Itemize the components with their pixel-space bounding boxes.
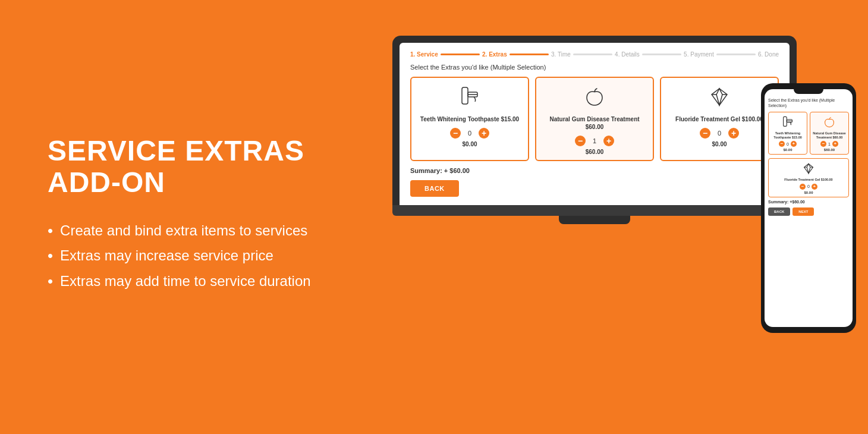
phone-extra-gum: Natural Gum Disease Treatment $60.00 − 1…: [810, 112, 849, 155]
phone-fluoride-increase[interactable]: +: [812, 184, 817, 190]
phone-apple-icon: [813, 115, 846, 131]
laptop-summary: Summary: + $60.00: [410, 167, 779, 174]
step-bar-5: [716, 54, 756, 55]
phone-fluoride-qty: 0: [807, 184, 810, 188]
extra-item-toothpaste: Teeth Whitening Toothpaste $15.00 − 0 + …: [410, 77, 529, 161]
feature-item-1: Create and bind extra items to services: [48, 222, 380, 240]
phone-diamond-icon: [771, 161, 846, 178]
phone-notch: [794, 89, 823, 94]
extra-item-gum: Natural Gum Disease Treatment $60.00 − 1…: [535, 77, 654, 161]
phone-fluoride-name: Fluoride Treatment Gel $100.00: [771, 178, 846, 182]
step-bar-1: [441, 54, 480, 55]
gum-increase-btn[interactable]: +: [603, 136, 614, 146]
extras-grid: Teeth Whitening Toothpaste $15.00 − 0 + …: [410, 77, 779, 161]
page-title: SERVICE EXTRAS ADD-ON: [48, 136, 380, 199]
phone-toothpaste-icon: [771, 115, 804, 131]
phone-gum-qty: 1: [828, 142, 831, 146]
phone-extras-grid: Teeth Whitening Toothpaste $15.00 − 0 + …: [768, 112, 849, 155]
devices-section: 1. Service 2. Extras 3. Time 4. Details …: [392, 0, 868, 434]
fluoride-qty-row: − 0 +: [666, 128, 773, 139]
phone-gum-decrease[interactable]: −: [820, 141, 826, 147]
phone-gum-qty-row: − 1 +: [813, 141, 846, 147]
phone-toothpaste-name: Teeth Whitening Toothpaste $15.00: [771, 131, 804, 139]
step-4-label: 4. Details: [615, 51, 640, 58]
phone-toothpaste-qty-row: − 0 +: [771, 141, 804, 147]
gum-name: Natural Gum Disease Treatment $60.00: [541, 115, 648, 131]
fluoride-decrease-btn[interactable]: −: [700, 128, 710, 139]
feature-text-3: Extras may add time to service duration: [60, 273, 311, 290]
gum-qty-row: − 1 +: [541, 136, 648, 146]
apple-icon: [541, 84, 648, 112]
phone-toothpaste-qty: 0: [787, 142, 789, 146]
fluoride-qty: 0: [715, 130, 724, 137]
toothpaste-price: $0.00: [416, 141, 523, 147]
laptop-back-button[interactable]: BACK: [410, 180, 459, 197]
phone-fluoride-decrease[interactable]: −: [800, 184, 806, 190]
phone-select-title: Select the Extras you'd like (Multiple S…: [768, 98, 849, 108]
features-list: Create and bind extra items to services …: [48, 222, 380, 290]
toothpaste-icon: [416, 84, 523, 112]
phone-gum-name: Natural Gum Disease Treatment $60.00: [813, 131, 846, 139]
progress-bar: 1. Service 2. Extras 3. Time 4. Details …: [410, 51, 779, 58]
phone-screen: Select the Extras you'd like (Multiple S…: [765, 89, 853, 327]
step-bar-4: [642, 54, 681, 55]
step-bar-3: [573, 54, 612, 55]
phone-toothpaste-decrease[interactable]: −: [779, 141, 785, 147]
phone-summary: Summary: +$60.00: [768, 200, 849, 204]
step-1-label: 1. Service: [410, 51, 438, 58]
phone-fluoride-price: $0.00: [771, 191, 846, 194]
laptop-action-buttons: BACK: [410, 180, 779, 197]
step-bar-2: [510, 54, 549, 55]
svg-marker-3: [712, 89, 727, 105]
left-section: SERVICE EXTRAS ADD-ON Create and bind ex…: [48, 136, 380, 298]
feature-item-3: Extras may add time to service duration: [48, 273, 380, 290]
phone-extra-toothpaste: Teeth Whitening Toothpaste $15.00 − 0 + …: [768, 112, 807, 155]
fluoride-name: Fluoride Treatment Gel $100.00: [666, 115, 773, 123]
step-6-label: 6. Done: [758, 51, 779, 58]
laptop-screen-inner: 1. Service 2. Extras 3. Time 4. Details …: [400, 43, 790, 205]
laptop-screen-content: 1. Service 2. Extras 3. Time 4. Details …: [400, 43, 790, 205]
phone-gum-price: $60.00: [813, 148, 846, 152]
feature-item-2: Extras may increase service price: [48, 248, 380, 265]
phone-back-button[interactable]: BACK: [768, 207, 790, 216]
laptop-mockup: 1. Service 2. Extras 3. Time 4. Details …: [392, 36, 797, 224]
toothpaste-increase-btn[interactable]: +: [479, 128, 489, 139]
step-3-label: 3. Time: [551, 51, 571, 58]
toothpaste-decrease-btn[interactable]: −: [450, 128, 461, 139]
step-5-label: 5. Payment: [684, 51, 714, 58]
svg-marker-7: [804, 164, 813, 174]
diamond-icon: [666, 84, 773, 112]
gum-price: $60.00: [541, 149, 648, 155]
phone-gum-increase[interactable]: +: [832, 141, 838, 147]
laptop-screen-outer: 1. Service 2. Extras 3. Time 4. Details …: [392, 36, 797, 205]
phone-action-buttons: BACK NEXT: [768, 207, 849, 216]
phone-extra-fluoride: Fluoride Treatment Gel $100.00 − 0 + $0.…: [768, 158, 849, 197]
feature-text-2: Extras may increase service price: [60, 248, 273, 265]
feature-text-1: Create and bind extra items to services: [60, 222, 307, 239]
phone-outer: Select the Extras you'd like (Multiple S…: [761, 83, 856, 333]
fluoride-price: $0.00: [666, 141, 773, 147]
phone-next-button[interactable]: NEXT: [792, 207, 814, 216]
laptop-stand: [559, 216, 630, 224]
step-2-label: 2. Extras: [482, 51, 507, 58]
toothpaste-name: Teeth Whitening Toothpaste $15.00: [416, 115, 523, 123]
gum-decrease-btn[interactable]: −: [575, 136, 586, 146]
svg-rect-4: [784, 117, 787, 127]
gum-qty: 1: [590, 137, 599, 144]
svg-rect-0: [462, 87, 468, 104]
laptop-base: [392, 205, 797, 216]
phone-mockup: Select the Extras you'd like (Multiple S…: [761, 83, 856, 333]
fluoride-increase-btn[interactable]: +: [728, 128, 739, 139]
toothpaste-qty: 0: [466, 130, 474, 137]
phone-toothpaste-price: $0.00: [771, 148, 804, 152]
toothpaste-qty-row: − 0 +: [416, 128, 523, 139]
phone-fluoride-qty-row: − 0 +: [771, 184, 846, 190]
phone-toothpaste-increase[interactable]: +: [791, 141, 797, 147]
select-extras-title: Select the Extras you'd like (Multiple S…: [410, 64, 779, 71]
